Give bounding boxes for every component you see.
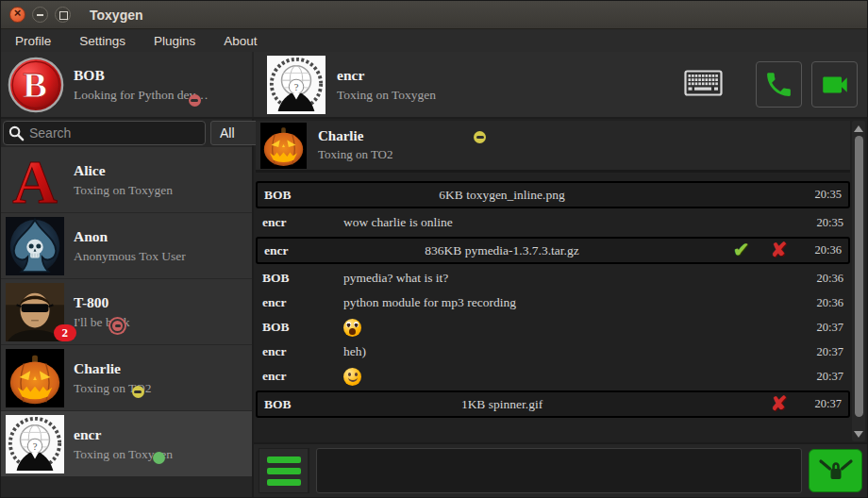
message-text: python module for mp3 recording — [343, 295, 802, 310]
message-input[interactable] — [316, 448, 802, 493]
smile-emoji — [343, 368, 361, 386]
pumpkin-avatar — [6, 349, 64, 407]
contact-row-alice[interactable]: A Alice Toxing on Toxygen — [1, 147, 252, 213]
busy-status-icon[interactable] — [189, 94, 201, 107]
spade-skull-avatar — [6, 217, 64, 275]
message-time: 20:36 — [802, 272, 843, 286]
file-transfer-row[interactable]: BOB 6KB toxygen_inline.png 20:35 — [256, 181, 850, 208]
maximize-button[interactable] — [55, 7, 71, 23]
filter-value: All — [220, 125, 235, 141]
message-row: BOB 20:37 — [256, 315, 850, 340]
toxygen-window: Toxygen ProfileSettingsPluginsAbout B BO… — [0, 0, 868, 498]
chat-scrollbar[interactable] — [852, 121, 865, 441]
peer-name: encr — [337, 67, 436, 84]
away-status-icon — [474, 131, 486, 143]
chat-contact-card[interactable]: Charlie Toxing on TO2 — [256, 121, 850, 173]
close-button[interactable] — [9, 7, 25, 23]
message-sender: encr — [262, 344, 343, 359]
peer-status-message: Toxing on Toxygen — [337, 88, 436, 103]
terminator-avatar: 2 — [6, 283, 64, 341]
contact-list: A Alice Toxing on Toxygen Anon Anonymous… — [1, 147, 252, 497]
message-time: 20:37 — [802, 321, 843, 335]
header: B BOB Looking for Python dev… ? encr Tox… — [1, 52, 867, 119]
chat-panel: Charlie Toxing on TO2 BOB 6KB toxygen_in… — [254, 119, 867, 497]
message-sender: encr — [264, 243, 345, 258]
letter-a-avatar: A — [6, 151, 64, 209]
scrollbar-thumb[interactable] — [855, 136, 863, 417]
video-call-button[interactable] — [811, 61, 858, 108]
self-avatar: B — [7, 56, 65, 114]
scroll-down-arrow-icon[interactable] — [852, 427, 865, 440]
file-name: 6KB toxygen_inline.png — [345, 188, 659, 203]
file-transfer-row[interactable]: BOB 1KB spinner.gif ✘ 20:37 — [256, 390, 850, 418]
contact-status-message: Toxing on Toxygen — [74, 183, 173, 198]
contact-name: encr — [74, 426, 173, 443]
chat-peer-section: ? encr Toxing on Toxygen — [254, 52, 867, 117]
contact-row-t-800[interactable]: 2 T-800 I'll be back — [1, 279, 252, 345]
message-time: 20:37 — [800, 397, 842, 411]
scroll-up-arrow-icon[interactable] — [852, 122, 865, 135]
card-contact-name: Charlie — [318, 128, 393, 144]
away-status-icon — [132, 386, 144, 398]
transfer-actions: ✔✘ — [659, 241, 800, 260]
message-sender: BOB — [264, 188, 345, 203]
message-sender: BOB — [264, 397, 345, 412]
contacts-sidebar: All A Alice Toxing on Toxygen Anon Anony… — [1, 119, 254, 497]
contact-status-message: Anonymous Tox User — [74, 249, 186, 264]
decline-transfer-icon[interactable]: ✘ — [770, 394, 787, 414]
titlebar: Toxygen — [1, 1, 867, 29]
send-encrypted-icon — [817, 457, 855, 484]
file-name: 1KB spinner.gif — [345, 397, 659, 412]
message-text — [343, 368, 802, 386]
message-sender: BOB — [262, 320, 343, 335]
message-time: 20:36 — [802, 296, 843, 310]
video-camera-icon — [816, 69, 854, 101]
menu-item-settings[interactable]: Settings — [76, 32, 128, 50]
message-text: heh) — [343, 344, 802, 359]
message-text — [343, 319, 802, 337]
message-row: encr 20:37 — [256, 364, 850, 389]
transfer-actions: ✘ — [659, 394, 800, 414]
message-sender: BOB — [262, 271, 343, 286]
menu-item-about[interactable]: About — [221, 32, 259, 50]
file-transfer-row[interactable]: encr 836KB pymedia-1.3.7.3.tar.gz ✔✘ 20:… — [256, 237, 850, 264]
search-input[interactable] — [29, 125, 200, 141]
message-row: encr python module for mp3 recording 20:… — [256, 290, 850, 315]
message-text: wow charlie is online — [343, 215, 802, 230]
contact-row-encr[interactable]: ? encr Toxing on Toxygen — [1, 411, 252, 477]
message-row: encr heh) 20:37 — [256, 340, 850, 364]
message-row: BOB pymedia? what is it? 20:36 — [256, 266, 850, 290]
contact-row-anon[interactable]: Anon Anonymous Tox User — [1, 213, 252, 279]
pumpkin-avatar — [260, 123, 307, 169]
search-icon — [8, 125, 25, 141]
message-sender: encr — [262, 295, 343, 310]
phone-icon — [763, 69, 794, 100]
contact-name: T-800 — [74, 294, 129, 311]
send-button[interactable] — [809, 449, 862, 492]
anonymous-avatar: ? — [6, 415, 64, 473]
message-time: 20:37 — [802, 370, 843, 384]
svg-text:?: ? — [33, 440, 38, 451]
contact-row-charlie[interactable]: Charlie Toxing on TO2 — [1, 345, 252, 411]
message-composer — [254, 442, 867, 497]
decline-transfer-icon[interactable]: ✘ — [770, 241, 787, 260]
accept-transfer-icon[interactable]: ✔ — [733, 241, 750, 260]
hamburger-icon[interactable] — [259, 448, 309, 493]
audio-call-button[interactable] — [756, 61, 802, 108]
message-sender: encr — [262, 369, 343, 384]
self-profile-section[interactable]: B BOB Looking for Python dev… — [1, 52, 254, 117]
card-status-message: Toxing on TO2 — [318, 147, 393, 162]
svg-text:A: A — [12, 151, 58, 209]
window-title: Toxygen — [90, 8, 143, 23]
shocked-emoji — [343, 319, 361, 337]
menu-item-plugins[interactable]: Plugins — [151, 32, 198, 50]
search-box — [3, 121, 206, 145]
message-time: 20:37 — [802, 345, 843, 359]
menu-item-profile[interactable]: Profile — [12, 32, 54, 50]
online-status-icon — [153, 452, 165, 464]
minimize-button[interactable] — [32, 7, 48, 23]
peer-avatar: ? — [267, 56, 326, 114]
keyboard-icon[interactable] — [684, 70, 723, 99]
message-time: 20:36 — [800, 243, 842, 257]
message-time: 20:35 — [800, 188, 842, 202]
